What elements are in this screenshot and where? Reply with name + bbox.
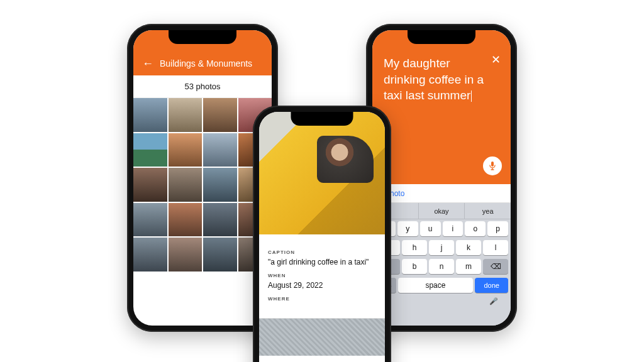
key[interactable]: o [465,221,486,236]
photo-thumb[interactable] [169,98,203,132]
photo-thumb[interactable] [169,133,203,167]
key[interactable]: p [487,221,508,236]
caption-value: "a girl drinking coffee in a taxi" [268,258,376,266]
svg-rect-0 [491,162,494,167]
phone-notch [169,30,236,44]
photo-thumb[interactable] [203,133,237,167]
delete-key[interactable]: ⌫ [483,259,508,274]
phone-notch [291,112,353,126]
photo-thumb[interactable] [203,238,237,272]
back-arrow-icon[interactable]: ← [142,58,153,69]
key[interactable]: l [483,240,508,255]
key[interactable]: m [456,259,481,274]
key[interactable]: j [429,240,454,255]
key[interactable]: k [456,240,481,255]
keyboard-bottom-row: 123 space done [372,276,511,295]
keyboard-suggestions: okay yea [372,203,511,219]
key[interactable]: i [443,221,464,236]
ios-keyboard: okay yea t y u i o p g h j k l [372,203,511,326]
done-key[interactable]: done [475,278,508,293]
search-panel: ✕ My daughter drinking coffee in a taxi … [372,30,511,184]
keyboard-suggestion[interactable]: okay [419,203,465,219]
photo-count-bar: 53 photos [133,75,272,98]
photo-details: CAPTION "a girl drinking coffee in a tax… [259,234,385,310]
photo-subject [317,136,374,183]
photo-thumb[interactable] [133,168,167,202]
photo-thumb[interactable] [133,238,167,272]
keyboard-row: t y u i o p [372,219,511,238]
photo-thumb[interactable] [203,98,237,132]
photo-thumb[interactable] [169,203,203,237]
key[interactable]: h [402,240,427,255]
phone-notch [408,30,475,44]
search-input-text[interactable]: My daughter drinking coffee in a taxi la… [384,55,491,104]
close-icon[interactable]: ✕ [491,53,501,67]
keyboard-footer: ☺ 🎤 [372,295,511,307]
photo-thumb[interactable] [203,168,237,202]
photo-thumb[interactable] [169,238,203,272]
text-cursor [471,90,472,102]
key[interactable]: n [429,259,454,274]
key[interactable]: u [420,221,441,236]
keyboard-suggestion[interactable]: yea [465,203,511,219]
key[interactable]: b [402,259,427,274]
gallery-screen: ← Buildings & Monuments 53 photos [133,30,272,326]
photo-thumb[interactable] [133,98,167,132]
dictation-icon[interactable]: 🎤 [489,297,498,305]
microphone-button[interactable] [483,156,502,175]
when-value: August 29, 2022 [268,281,376,290]
photo-thumb[interactable] [133,133,167,167]
gallery-title: Buildings & Monuments [160,58,252,69]
location-map[interactable] [259,318,385,356]
caption-label: CAPTION [268,250,376,255]
search-text-value: My daughter drinking coffee in a taxi la… [384,57,484,102]
action-link-bar[interactable]: d Photo [372,184,511,203]
microphone-icon [489,161,496,171]
space-key[interactable]: space [398,278,474,293]
detail-screen: CAPTION "a girl drinking coffee in a tax… [259,112,385,362]
where-label: WHERE [268,296,376,302]
photo-hero[interactable] [259,112,385,234]
when-label: WHEN [268,273,376,278]
photo-grid[interactable] [133,98,272,272]
photo-thumb[interactable] [133,203,167,237]
keyboard-row: g h j k l [372,238,511,257]
keyboard-row: ⇧ b n m ⌫ [372,257,511,276]
key[interactable]: y [397,221,418,236]
photo-thumb[interactable] [169,168,203,202]
phone-detail: CAPTION "a girl drinking coffee in a tax… [253,106,391,362]
photo-thumb[interactable] [203,203,237,237]
search-screen: ✕ My daughter drinking coffee in a taxi … [372,30,511,326]
